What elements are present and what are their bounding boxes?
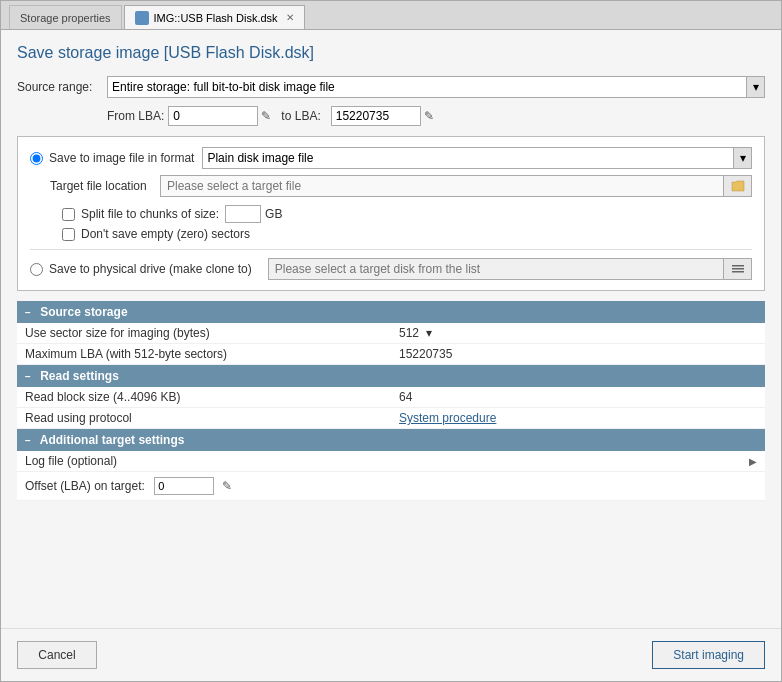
save-image-radio[interactable] xyxy=(30,152,43,165)
disk-icon xyxy=(135,11,149,25)
read-block-size-row: Read block size (4..4096 KB) 64 xyxy=(17,387,765,408)
source-range-row: Source range: Entire storage: full bit-t… xyxy=(17,76,765,98)
save-image-label: Save to image file in format xyxy=(49,151,194,165)
target-file-label: Target file location xyxy=(50,179,160,193)
clone-row: Save to physical drive (make clone to) xyxy=(30,258,752,280)
max-lba-label: Maximum LBA (with 512-byte sectors) xyxy=(17,344,391,365)
read-block-size-value: 64 xyxy=(391,387,765,408)
clone-label: Save to physical drive (make clone to) xyxy=(49,262,252,276)
to-lba-edit-icon[interactable]: ✎ xyxy=(424,109,434,123)
svg-rect-2 xyxy=(732,271,744,273)
target-file-row: Target file location xyxy=(30,175,752,197)
target-file-input[interactable] xyxy=(160,175,724,197)
read-settings-header[interactable]: − Read settings xyxy=(17,365,765,388)
sector-size-label: Use sector size for imaging (bytes) xyxy=(17,323,391,344)
sector-size-value: 512 ▾ xyxy=(391,323,765,344)
offset-cell: Offset (LBA) on target: ✎ xyxy=(17,472,765,501)
log-file-label: Log file (optional) xyxy=(17,451,391,472)
svg-rect-1 xyxy=(732,268,744,270)
offset-edit-icon[interactable]: ✎ xyxy=(222,479,232,493)
settings-table: − Source storage Use sector size for ima… xyxy=(17,301,765,501)
chunk-size-input[interactable] xyxy=(225,205,261,223)
split-checkbox-row: Split file to chunks of size: GB xyxy=(30,205,752,223)
list-icon xyxy=(731,263,745,275)
divider xyxy=(30,249,752,250)
start-imaging-button[interactable]: Start imaging xyxy=(652,641,765,669)
folder-icon xyxy=(731,180,745,192)
read-protocol-row: Read using protocol System procedure xyxy=(17,408,765,429)
clone-radio[interactable] xyxy=(30,263,43,276)
read-collapse-icon: − xyxy=(25,371,31,382)
max-lba-value: 15220735 xyxy=(391,344,765,365)
svg-rect-0 xyxy=(732,265,744,267)
from-lba-label: From LBA: xyxy=(107,109,164,123)
lba-row: From LBA: ✎ to LBA: ✎ xyxy=(17,106,765,126)
browse-button[interactable] xyxy=(724,175,752,197)
source-range-dropdown-arrow[interactable]: ▾ xyxy=(747,76,765,98)
main-window: Storage properties IMG::USB Flash Disk.d… xyxy=(0,0,782,682)
offset-row: Offset (LBA) on target: ✎ xyxy=(17,472,765,501)
format-dropdown-arrow[interactable]: ▾ xyxy=(734,147,752,169)
split-chunks-label: Split file to chunks of size: xyxy=(81,207,219,221)
tab-bar: Storage properties IMG::USB Flash Disk.d… xyxy=(1,1,781,30)
offset-label: Offset (LBA) on target: xyxy=(25,479,145,493)
offset-input[interactable] xyxy=(154,477,214,495)
no-empty-label: Don't save empty (zero) sectors xyxy=(81,227,250,241)
format-select[interactable]: Plain disk image file xyxy=(202,147,734,169)
additional-collapse-icon: − xyxy=(25,435,31,446)
format-select-wrap: Plain disk image file ▾ xyxy=(202,147,752,169)
gb-label: GB xyxy=(265,207,282,221)
from-lba-edit-icon[interactable]: ✎ xyxy=(261,109,271,123)
sector-size-row: Use sector size for imaging (bytes) 512 … xyxy=(17,323,765,344)
tab-storage-properties[interactable]: Storage properties xyxy=(9,5,122,29)
main-content: Save storage image [USB Flash Disk.dsk] … xyxy=(1,30,781,628)
to-lba-label: to LBA: xyxy=(281,109,320,123)
source-range-select[interactable]: Entire storage: full bit-to-bit disk ima… xyxy=(107,76,747,98)
system-procedure-link[interactable]: System procedure xyxy=(399,411,496,425)
no-empty-checkbox-row: Don't save empty (zero) sectors xyxy=(30,227,752,241)
additional-target-label: Additional target settings xyxy=(40,433,185,447)
log-file-arrow-cell: ▶ xyxy=(391,451,765,472)
tab-close-icon[interactable]: ✕ xyxy=(286,12,294,23)
clone-input[interactable] xyxy=(268,258,724,280)
source-storage-label: Source storage xyxy=(40,305,127,319)
cancel-button[interactable]: Cancel xyxy=(17,641,97,669)
from-lba-input[interactable] xyxy=(168,106,258,126)
read-block-size-label: Read block size (4..4096 KB) xyxy=(17,387,391,408)
log-file-arrow-icon[interactable]: ▶ xyxy=(749,456,757,467)
to-lba-input[interactable] xyxy=(331,106,421,126)
save-image-row: Save to image file in format Plain disk … xyxy=(30,147,752,169)
max-lba-row: Maximum LBA (with 512-byte sectors) 1522… xyxy=(17,344,765,365)
log-file-row: Log file (optional) ▶ xyxy=(17,451,765,472)
source-collapse-icon: − xyxy=(25,307,31,318)
footer: Cancel Start imaging xyxy=(1,628,781,681)
tab-active-disk[interactable]: IMG::USB Flash Disk.dsk ✕ xyxy=(124,5,305,29)
storage-tab-label: Storage properties xyxy=(20,12,111,24)
page-title: Save storage image [USB Flash Disk.dsk] xyxy=(17,44,765,62)
options-box: Save to image file in format Plain disk … xyxy=(17,136,765,291)
additional-target-header[interactable]: − Additional target settings xyxy=(17,429,765,452)
list-button[interactable] xyxy=(724,258,752,280)
split-chunks-checkbox[interactable] xyxy=(62,208,75,221)
read-protocol-label: Read using protocol xyxy=(17,408,391,429)
no-empty-checkbox[interactable] xyxy=(62,228,75,241)
source-range-label: Source range: xyxy=(17,80,107,94)
read-protocol-value: System procedure xyxy=(391,408,765,429)
source-storage-header[interactable]: − Source storage xyxy=(17,301,765,323)
sector-size-dropdown[interactable]: ▾ xyxy=(426,326,432,340)
read-settings-label: Read settings xyxy=(40,369,119,383)
active-tab-label: IMG::USB Flash Disk.dsk xyxy=(154,12,278,24)
